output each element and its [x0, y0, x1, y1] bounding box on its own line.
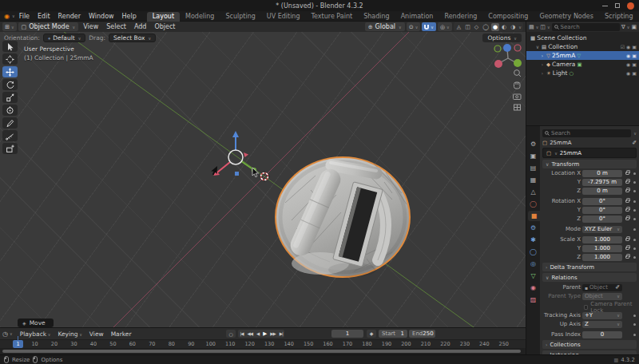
lock-icon[interactable] — [625, 172, 629, 175]
outliner-row-scene-collection[interactable]: ▦ Scene Collection — [526, 34, 639, 42]
tab-sculpting[interactable]: Sculpting — [220, 12, 260, 22]
scale-x-field[interactable]: 1.000 — [582, 236, 622, 243]
menu-select[interactable]: Select — [103, 23, 129, 30]
lock-icon[interactable] — [625, 247, 629, 250]
props-tab-constraints[interactable]: ◎ — [526, 259, 540, 269]
rotation-x-field[interactable]: 0° — [582, 198, 622, 205]
tool-measure[interactable] — [2, 130, 18, 141]
navigation-gizmo[interactable] — [494, 44, 522, 68]
animate-dot[interactable] — [633, 228, 636, 231]
lock-icon[interactable] — [625, 238, 629, 241]
next-keyframe-button[interactable]: ▶▶ — [268, 331, 277, 336]
animate-dot[interactable] — [633, 209, 636, 212]
props-tab-data[interactable]: ▽ — [526, 271, 540, 281]
menu-window[interactable]: Window — [85, 13, 118, 20]
proportional-edit-button[interactable]: ◎∨ — [438, 22, 452, 31]
shading-wireframe-button[interactable]: ◯ — [481, 23, 490, 31]
frame-start-field[interactable]: Start1 — [379, 330, 407, 338]
tab-modeling[interactable]: Modeling — [180, 12, 220, 22]
menu-edit[interactable]: Edit — [34, 13, 54, 20]
auto-key-button[interactable]: ○ — [226, 330, 236, 338]
tool-add-primitive[interactable] — [2, 143, 18, 154]
transform-orientation-selector[interactable]: ⊕Global∨ — [365, 22, 405, 31]
expand-caret-icon[interactable]: › — [540, 61, 545, 67]
panel-transform[interactable]: ∨Transform — [542, 160, 637, 168]
props-tab-physics[interactable]: ◯ — [526, 247, 540, 257]
tool-transform[interactable] — [2, 105, 18, 116]
render-camera-icon[interactable]: ▣ — [632, 44, 637, 49]
viewport-3d[interactable]: ⊞∨ ▢Object Mode∨ View Select Add Object … — [0, 22, 526, 327]
location-x-field[interactable]: 0 m — [582, 170, 622, 177]
perspective-toggle-button[interactable] — [514, 105, 521, 110]
outliner-settings-button[interactable]: ▣ — [631, 24, 637, 30]
scale-y-field[interactable]: 1.000 — [582, 245, 622, 252]
mode-selector[interactable]: ▢Object Mode∨ — [18, 22, 79, 31]
outliner-filter-mode-button[interactable]: ◫∨ — [540, 24, 550, 30]
tab-rendering[interactable]: Rendering — [439, 12, 482, 22]
props-tab-texture[interactable]: ▨ — [526, 295, 540, 305]
render-camera-icon[interactable]: ▣ — [632, 70, 637, 76]
tool-scale[interactable] — [2, 92, 18, 103]
props-tab-tool[interactable]: ⚙ — [526, 139, 540, 149]
options-dropdown[interactable]: Options∨ — [482, 34, 522, 42]
frame-end-field[interactable]: End250 — [409, 330, 435, 338]
shading-rendered-button[interactable]: ◑ — [509, 23, 517, 31]
rotation-z-field[interactable]: 0° — [582, 216, 622, 223]
animate-dot[interactable] — [633, 190, 636, 192]
tab-compositing[interactable]: Compositing — [482, 12, 534, 22]
panel-collections[interactable]: ›Collections — [542, 340, 637, 349]
current-frame-field[interactable]: 1 — [331, 330, 363, 338]
animate-dot[interactable] — [633, 334, 636, 336]
animate-dot[interactable] — [633, 218, 636, 220]
animate-dot[interactable] — [633, 315, 636, 317]
expand-caret-icon[interactable]: › — [540, 70, 545, 76]
animate-dot[interactable] — [633, 200, 636, 203]
show-gizmo-button[interactable]: ◬ — [455, 23, 462, 31]
gizmo-center-ring[interactable] — [228, 150, 243, 164]
properties-search-input[interactable]: Search — [542, 129, 631, 137]
jump-to-start-button[interactable]: |◀ — [238, 331, 245, 336]
props-tab-scene[interactable]: △ — [526, 187, 540, 197]
play-reverse-button[interactable]: ◀ — [255, 331, 261, 336]
animate-dot[interactable] — [633, 239, 636, 241]
lock-icon[interactable] — [625, 217, 629, 220]
scene-object-25mma[interactable] — [276, 157, 410, 277]
tab-animation[interactable]: Animation — [395, 12, 439, 22]
outliner-filter-button[interactable]: ∇∨ — [621, 24, 629, 30]
eyedropper-icon[interactable]: ✐ — [632, 140, 637, 146]
panel-delta-transform[interactable]: ›Delta Transform — [542, 263, 637, 271]
outliner-row-25mma[interactable]: › ▽ 25mmA ▽ ◉▣ — [526, 51, 639, 60]
snap-toggle-button[interactable]: ∨ — [422, 22, 436, 31]
menu-add[interactable]: Add — [131, 23, 150, 30]
outliner-row-collection[interactable]: ∨ ▤ Collection ☑◉▣ — [526, 42, 639, 51]
nav-axis-x-neg[interactable] — [514, 45, 521, 51]
maximize-button[interactable] — [615, 3, 620, 8]
expand-caret-icon[interactable]: › — [540, 53, 545, 58]
nav-axis-x[interactable] — [494, 60, 502, 68]
animate-dot[interactable] — [633, 172, 636, 175]
gizmo-plane-handle[interactable] — [235, 172, 239, 176]
toggle-xray-button[interactable]: ◇ — [473, 23, 480, 31]
tab-texture-paint[interactable]: Texture Paint — [306, 12, 359, 22]
scale-z-field[interactable]: 1.000 — [582, 254, 622, 261]
show-overlays-button[interactable]: ◫ — [463, 23, 472, 31]
eyedropper-icon[interactable]: ✐ — [615, 284, 620, 291]
tab-shading[interactable]: Shading — [358, 12, 395, 22]
keyframe-jump-button[interactable]: ◆ — [367, 330, 376, 338]
props-tab-render[interactable]: ▣ — [526, 151, 540, 161]
play-button[interactable]: ▶ — [261, 330, 268, 337]
jump-to-end-button[interactable]: ▶| — [277, 331, 284, 336]
menu-view-timeline[interactable]: View — [86, 330, 107, 338]
current-frame-chip[interactable]: 1 — [13, 340, 23, 348]
props-tab-world[interactable]: ◯ — [526, 199, 540, 209]
tool-rotate[interactable] — [2, 79, 18, 90]
rotation-y-field[interactable]: 0° — [582, 207, 622, 214]
object-name-field[interactable]: ▢∨ 25mmA — [542, 148, 637, 158]
active-tool-dropdown[interactable]: Select Box∨ — [109, 34, 156, 42]
tool-move[interactable] — [2, 66, 18, 77]
orientation-dropdown[interactable]: ⌖Default∨ — [43, 34, 85, 42]
animate-dot[interactable] — [633, 256, 636, 259]
props-tab-material[interactable]: ◉ — [526, 283, 540, 293]
render-camera-icon[interactable]: ▣ — [632, 61, 637, 67]
render-camera-icon[interactable]: ▣ — [632, 53, 637, 58]
